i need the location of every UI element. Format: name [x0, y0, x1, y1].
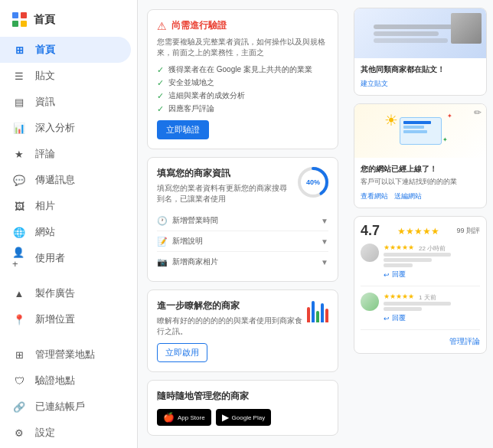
social-card-title: 其他同類商家都在貼文！ [361, 64, 480, 75]
reply-button-1[interactable]: ↩ 回覆 [384, 270, 480, 280]
sidebar-item-website[interactable]: 🌐 網站 [0, 219, 131, 245]
placeholder-line-1 [374, 25, 457, 29]
sidebar: 首頁 ⊞ 首頁 ☰ 貼文 ▤ 資訊 📊 深入分析 ★ 評論 💬 傳遞訊息 🖼 相… [0, 0, 138, 448]
edit-icon[interactable]: ✏ [474, 107, 482, 118]
checklist-item-4: ✓ 因應客戶評論 [157, 103, 328, 114]
sidebar-item-add-location[interactable]: 📍 新增位置 [0, 306, 131, 332]
alert-checklist: ✓ 獲得業者在在 Google 案見上共共的的業業 ✓ 安全並城地之 ✓ 這細與… [157, 64, 328, 114]
app-store-button[interactable]: 🍎 App Store [157, 409, 211, 426]
reply-button-2[interactable]: ↩ 回覆 [384, 313, 480, 323]
review-count: 99 則評 [456, 226, 480, 236]
sidebar-item-posts[interactable]: ☰ 貼文 [0, 63, 131, 89]
info-row-hours[interactable]: 🕐 新增營業時間 ▼ [157, 211, 328, 231]
sidebar-label-verify: 驗證地點 [35, 374, 75, 388]
sidebar-item-photos[interactable]: 🖼 相片 [0, 193, 131, 219]
analytics-chart [307, 299, 328, 322]
main-content: ⚠ 尚需進行驗證 您需要複驗及完整業者資訊，如何操作以及與規格來，前面之上的業務… [138, 0, 348, 448]
sidebar-item-linked[interactable]: 🔗 已連結帳戶 [0, 394, 131, 420]
google-play-button[interactable]: ▶ Google Play [216, 409, 272, 426]
review-stars-1: ★★★★★ [384, 244, 414, 251]
placeholder-line-2 [374, 31, 439, 36]
google-logo-icon [12, 12, 28, 28]
sidebar-label-add-location: 新增位置 [35, 312, 75, 326]
sidebar-item-manage[interactable]: ⊞ 管理營業地點 [0, 342, 131, 368]
location-icon: 📍 [12, 312, 26, 326]
screen-display [400, 117, 442, 145]
info-row-photos[interactable]: 📷 新增商家相片 ▼ [157, 252, 328, 272]
website-card-desc: 客戶可以以下連結找到的的的業 [361, 177, 480, 187]
shield-icon: 🛡 [12, 374, 26, 388]
website-illustration: ☀ ✦ ✦ [354, 104, 486, 158]
sidebar-label-website: 網站 [35, 225, 55, 239]
sparkle-icon: ✦ [447, 113, 452, 119]
review-line-1-2 [384, 258, 432, 262]
screen-line-2 [403, 126, 424, 129]
reviews-card: 4.7 ★★★★★ 99 則評 ★★★★★ 22 小時前 [354, 216, 487, 354]
sparkle-icon-2: ✦ [442, 136, 448, 143]
users-icon: 👤+ [12, 251, 26, 265]
alert-icon: ⚠ [157, 20, 167, 32]
right-panel: 其他同類商家都在貼文！ 建立貼文 ☀ ✦ ✦ ✏ 您的網站 [348, 0, 493, 448]
website-card: ☀ ✦ ✦ ✏ 您的網站已經上線了！ 客戶可以以下連結找到的的的業 查看網站 送… [354, 103, 487, 208]
clock-icon: 🕐 [157, 216, 168, 226]
sidebar-item-messages[interactable]: 💬 傳遞訊息 [0, 167, 131, 193]
sidebar-item-settings[interactable]: ⚙ 設定 [0, 420, 131, 446]
chart-bar-4 [321, 303, 324, 322]
sidebar-label-linked: 已連結帳戶 [35, 400, 85, 414]
review-item-2: ★★★★★ 1 天前 ↩ 回覆 [361, 293, 480, 330]
manage-reviews-link[interactable]: 管理評論 [361, 336, 480, 347]
sidebar-item-info[interactable]: ▤ 資訊 [0, 89, 131, 115]
verify-button[interactable]: 立即驗證 [157, 120, 209, 139]
sidebar-logo: 首頁 [0, 8, 137, 37]
sidebar-label-users: 使用者 [35, 251, 65, 265]
chart-bar-1 [307, 307, 310, 322]
check-icon-4: ✓ [157, 104, 164, 114]
screen-line-3 [403, 130, 428, 133]
chart-bar-2 [312, 301, 315, 322]
sidebar-item-home[interactable]: ⊞ 首頁 [0, 37, 131, 63]
sidebar-item-verify[interactable]: 🛡 驗證地點 [0, 368, 131, 394]
business-info-desc: 填寫您的業者資料有更新您的商家搜尋到名，已讓業者使用 [157, 183, 289, 204]
sidebar-label-home: 首頁 [35, 43, 55, 57]
review-time-1: 22 小時前 [419, 244, 446, 253]
sidebar-item-users[interactable]: 👤+ 使用者 [0, 245, 131, 271]
view-website-link[interactable]: 查看網站 [361, 191, 388, 201]
info-icon: ▤ [12, 95, 26, 109]
analytics-title: 進一步瞭解您的商家 [157, 299, 307, 312]
checklist-item-3: ✓ 這細與業者的成效分析 [157, 90, 328, 101]
info-row-description[interactable]: 📝 新增說明 ▼ [157, 231, 328, 252]
sidebar-item-ads[interactable]: ▲ 製作廣告 [0, 280, 131, 306]
sidebar-item-reviews[interactable]: ★ 評論 [0, 141, 131, 167]
chart-bar-5 [325, 309, 328, 322]
sidebar-label-manage: 管理營業地點 [35, 348, 95, 361]
info-row-hours-label: 新增營業時間 [172, 215, 218, 226]
website-card-links: 查看網站 送編網站 [361, 191, 480, 201]
analytics-button[interactable]: 立即啟用 [157, 343, 207, 362]
placeholder-line-3 [374, 38, 448, 43]
play-icon: ▶ [222, 412, 229, 423]
sidebar-label-posts: 貼文 [35, 69, 55, 83]
sidebar-logo-text: 首頁 [34, 13, 55, 27]
apple-icon: 🍎 [163, 412, 175, 423]
google-play-label: Google Play [232, 414, 266, 421]
ads-icon: ▲ [12, 286, 26, 300]
reviews-header: 4.7 ★★★★★ 99 則評 [361, 223, 480, 239]
sidebar-item-analytics[interactable]: 📊 深入分析 [0, 115, 131, 141]
alert-description: 您需要複驗及完整業者資訊，如何操作以及與規格來，前面之上的業務性，主面之 [157, 37, 328, 58]
review-avatar-2 [361, 293, 379, 311]
review-line-2-2 [384, 307, 422, 311]
business-info-card: 填寫您的商家資訊 填寫您的業者資料有更新您的商家搜尋到名，已讓業者使用 40% … [147, 157, 338, 282]
chart-bar-3 [316, 311, 319, 322]
business-info-title: 填寫您的商家資訊 [157, 167, 289, 180]
create-post-link[interactable]: 建立貼文 [361, 80, 388, 87]
website-card-title: 您的網站已經上線了！ [361, 164, 480, 175]
sun-icon: ☀ [384, 111, 398, 129]
mobile-title: 隨時隨地管理您的商家 [157, 390, 328, 403]
sidebar-label-info: 資訊 [35, 95, 55, 109]
info-row-photos-label: 新增商家相片 [172, 257, 218, 267]
manage-icon: ⊞ [12, 348, 26, 361]
check-icon-1: ✓ [157, 65, 164, 75]
edit-website-link[interactable]: 送編網站 [394, 191, 422, 201]
star-icon: ★ [12, 147, 26, 161]
progress-label: 40% [306, 178, 320, 186]
